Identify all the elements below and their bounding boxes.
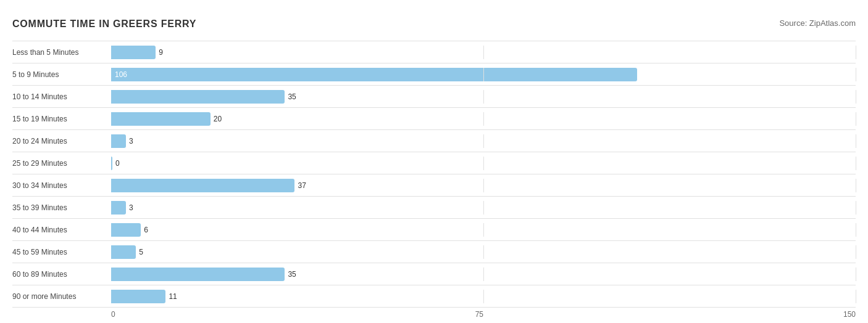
bar xyxy=(111,46,156,59)
bar-area: 0 xyxy=(111,157,856,170)
bar-row: 15 to 19 Minutes20 xyxy=(12,107,856,129)
grid-line xyxy=(483,268,484,281)
bar xyxy=(111,268,285,281)
grid-line xyxy=(856,68,856,81)
chart-source: Source: ZipAtlas.com xyxy=(779,18,856,28)
grid-line xyxy=(856,134,856,148)
bar-row: 5 to 9 Minutes106 xyxy=(12,63,856,85)
grid-line xyxy=(483,179,484,192)
bar-value-label: 35 xyxy=(288,270,296,279)
grid-line xyxy=(483,290,484,303)
bar-row: 25 to 29 Minutes0 xyxy=(12,152,856,174)
chart-header: COMMUTE TIME IN GREERS FERRY Source: Zip… xyxy=(12,18,856,30)
grid-line xyxy=(856,157,856,170)
bar-area: 20 xyxy=(111,112,856,126)
axis-tick-label: 150 xyxy=(843,310,856,319)
bar xyxy=(111,201,126,215)
grid-line xyxy=(856,290,856,303)
axis-tick-label: 0 xyxy=(111,310,115,319)
bar-label: 90 or more Minutes xyxy=(12,292,111,301)
bar-value-label: 6 xyxy=(144,226,148,234)
bar-value-label: 37 xyxy=(298,181,306,190)
bar-value-label: 11 xyxy=(169,292,177,301)
bar-area: 5 xyxy=(111,245,856,259)
bar-label: 5 to 9 Minutes xyxy=(12,70,111,79)
grid-line xyxy=(483,223,484,237)
bar-value-label: 3 xyxy=(129,137,133,145)
axis-labels: 075150 xyxy=(111,308,856,319)
bar-value-label: 20 xyxy=(214,115,222,123)
bar-value-label: 9 xyxy=(159,48,163,57)
bar xyxy=(111,223,141,237)
bar-row: 40 to 44 Minutes6 xyxy=(12,218,856,240)
bar-value-label: 3 xyxy=(129,203,133,212)
bar-label: 20 to 24 Minutes xyxy=(12,137,111,145)
axis-tick-label: 75 xyxy=(475,310,483,319)
bar-label: 30 to 34 Minutes xyxy=(12,181,111,190)
chart-container: COMMUTE TIME IN GREERS FERRY Source: Zip… xyxy=(12,12,856,323)
grid-line xyxy=(483,46,484,59)
bar-area: 11 xyxy=(111,290,856,303)
bar-area: 3 xyxy=(111,201,856,215)
bar-label: 10 to 14 Minutes xyxy=(12,92,111,101)
bar-value-label: 0 xyxy=(115,159,120,168)
bar-value-label: 106 xyxy=(111,70,131,79)
bar-row: 20 to 24 Minutes3 xyxy=(12,129,856,152)
bar xyxy=(111,157,112,170)
bar: 106 xyxy=(111,68,637,81)
bar-area: 35 xyxy=(111,268,856,281)
bar-label: 60 to 89 Minutes xyxy=(12,270,111,279)
bar-area: 106 xyxy=(111,68,856,81)
bar-label: 15 to 19 Minutes xyxy=(12,115,111,123)
bar-row: 90 or more Minutes11 xyxy=(12,285,856,307)
chart-title: COMMUTE TIME IN GREERS FERRY xyxy=(12,18,196,30)
bar-area: 35 xyxy=(111,90,856,104)
bar-area: 9 xyxy=(111,46,856,59)
grid-line xyxy=(856,112,856,126)
bar-label: Less than 5 Minutes xyxy=(12,48,111,57)
chart-body: Less than 5 Minutes95 to 9 Minutes10610 … xyxy=(12,41,856,307)
bar-value-label: 5 xyxy=(139,248,143,256)
grid-line xyxy=(856,201,856,215)
bar-row: 60 to 89 Minutes35 xyxy=(12,263,856,285)
bar xyxy=(111,290,165,303)
bar-row: 30 to 34 Minutes37 xyxy=(12,174,856,196)
grid-line xyxy=(856,245,856,259)
bar-label: 40 to 44 Minutes xyxy=(12,226,111,234)
grid-line xyxy=(856,223,856,237)
grid-line xyxy=(856,46,856,59)
axis-row: 075150 xyxy=(12,307,856,319)
bar xyxy=(111,179,294,192)
bar-row: Less than 5 Minutes9 xyxy=(12,41,856,63)
bar-label: 45 to 59 Minutes xyxy=(12,248,111,256)
grid-line xyxy=(856,179,856,192)
bar-row: 45 to 59 Minutes5 xyxy=(12,240,856,263)
bar xyxy=(111,90,285,104)
bar xyxy=(111,245,136,259)
grid-line xyxy=(483,134,484,148)
grid-line xyxy=(483,245,484,259)
grid-line xyxy=(483,157,484,170)
bar-area: 3 xyxy=(111,134,856,148)
grid-line xyxy=(483,112,484,126)
bar-label: 35 to 39 Minutes xyxy=(12,203,111,212)
grid-line xyxy=(483,68,484,81)
grid-line xyxy=(483,201,484,215)
bar-value-label: 35 xyxy=(288,92,296,101)
bar-label: 25 to 29 Minutes xyxy=(12,159,111,168)
bar xyxy=(111,134,126,148)
bar-row: 10 to 14 Minutes35 xyxy=(12,85,856,107)
grid-line xyxy=(856,90,856,104)
grid-line xyxy=(856,268,856,281)
grid-line xyxy=(483,90,484,104)
bar-row: 35 to 39 Minutes3 xyxy=(12,196,856,218)
bar xyxy=(111,112,211,126)
bar-area: 6 xyxy=(111,223,856,237)
bar-area: 37 xyxy=(111,179,856,192)
